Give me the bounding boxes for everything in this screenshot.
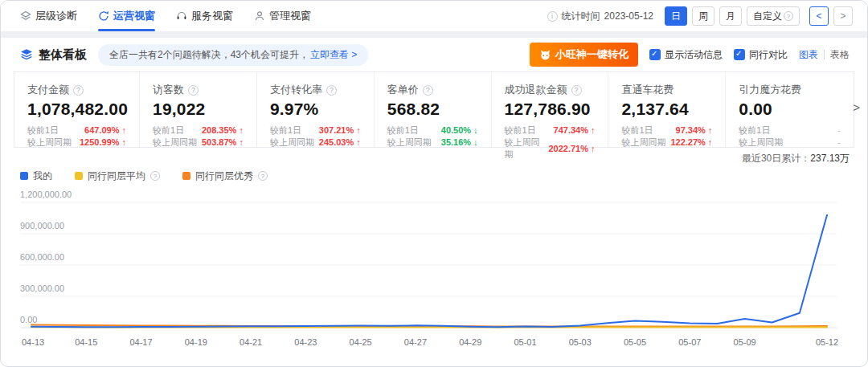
compare-prev-day-value: 40.50%: [441, 124, 478, 137]
board-controls: 小旺神一键转化 显示活动信息 同行对比 图表 表格: [530, 43, 850, 67]
show-activity-checkbox[interactable]: 显示活动信息: [649, 48, 723, 62]
summary-label: 最近30日累计：: [742, 152, 810, 165]
info-icon[interactable]: ?: [258, 171, 268, 181]
toggle-divider: [824, 50, 825, 59]
thirty-day-summary: 最近30日累计： 237.13万: [14, 149, 854, 167]
x-tick-label: 05-12: [816, 337, 838, 347]
x-tick-label: 05-01: [514, 337, 536, 347]
compare-prev-day-value: 307.21%: [319, 124, 361, 137]
compare-prev-week-value: 245.03%: [319, 137, 361, 149]
compare-prev-week-value: 35.16%: [441, 137, 478, 149]
diamond-layers-icon: [20, 10, 31, 22]
compare-prev-week-value: 122.27%: [670, 137, 712, 149]
view-toggle-chart[interactable]: 图表: [799, 48, 818, 62]
metric-card-visitors[interactable]: 访客数? 19,022 较前1日208.35% 较上周同期503.87%: [139, 72, 256, 147]
next-date-button[interactable]: >: [833, 6, 853, 26]
legend-swatch: [20, 172, 28, 180]
trend-chart-area: 0.00300,000.00600,000.00900,000.001,200,…: [20, 186, 854, 357]
range-month-button[interactable]: 月: [719, 6, 742, 26]
info-icon[interactable]: ?: [326, 85, 337, 96]
compare-prev-week-label: 较上周同期: [387, 137, 432, 149]
x-tick-label: 05-07: [678, 337, 701, 347]
checkbox-checked-icon: [649, 49, 661, 60]
tab-label: 管理视窗: [269, 9, 311, 23]
cards-more-chevron-icon[interactable]: >: [850, 97, 863, 117]
x-tick-label: 05-03: [569, 337, 592, 347]
metric-value: 19,022: [153, 100, 245, 119]
trend-chart[interactable]: 0.00300,000.00600,000.00900,000.001,200,…: [20, 186, 856, 357]
board-header: 整体看板 全店一共有2个问题待解决，43个机会可提升， 立即查看 > 小旺神一键…: [14, 38, 854, 71]
metric-title: 直通车花费: [621, 83, 674, 97]
view-now-link[interactable]: 立即查看 >: [310, 48, 357, 62]
metric-value: 568.82: [387, 100, 480, 119]
overall-board: 整体看板 全店一共有2个问题待解决，43个机会可提升， 立即查看 > 小旺神一键…: [1, 38, 867, 357]
x-tick-label: 04-17: [129, 337, 152, 347]
metric-value: 2,137.64: [621, 100, 714, 119]
compare-prev-week-value: 1250.99%: [80, 137, 126, 149]
x-tick-label: 04-15: [75, 337, 97, 347]
board-title: 整体看板: [20, 47, 87, 63]
y-tick-label: 1,200,000.00: [20, 190, 72, 199]
stat-time: i 统计时间 2023-05-12: [547, 10, 653, 23]
compare-prev-day-value: 208.35%: [202, 124, 244, 137]
range-week-button[interactable]: 周: [692, 6, 714, 26]
compare-prev-week-label: 较上周同期: [27, 137, 72, 149]
view-toggle: 图表 表格: [799, 48, 850, 62]
info-icon[interactable]: ?: [571, 85, 582, 96]
compare-prev-week-value: 2022.71%: [548, 143, 595, 155]
range-custom-button[interactable]: 自定义 ?: [747, 6, 800, 26]
metric-value: 0.00: [739, 100, 842, 119]
compare-prev-week-value: -: [837, 137, 841, 149]
summary-value: 237.13万: [810, 152, 850, 165]
chart-legend: 我的 同行同层平均 ? 同行同层优秀 ?: [20, 169, 854, 183]
legend-item-mine[interactable]: 我的: [20, 169, 52, 183]
tab-label: 运营视窗: [113, 9, 155, 23]
series-line-mine: [31, 215, 827, 328]
compare-prev-week-label: 较上周同期: [739, 137, 783, 149]
metric-title: 支付转化率: [270, 83, 322, 97]
info-icon[interactable]: ?: [423, 85, 433, 96]
compare-prev-day-label: 较前1日: [153, 124, 184, 137]
compare-prev-week-label: 较上周同期: [270, 137, 314, 149]
legend-label: 同行同层平均: [88, 169, 145, 183]
view-toggle-table[interactable]: 表格: [830, 48, 850, 62]
tab-level-diagnosis[interactable]: 层级诊断: [20, 1, 77, 31]
metric-card-pay-amount[interactable]: 支付金额? 1,078,482.00 较前1日647.09% 较上周同期1250…: [14, 72, 139, 147]
compare-prev-day-value: 97.34%: [676, 124, 713, 137]
metric-card-refund-amount[interactable]: 成功退款金额? 127,786.90 较前1日747.34% 较上周同期2022…: [491, 72, 608, 147]
compare-prev-week-value: 503.87%: [202, 137, 244, 149]
x-tick-label: 05-05: [624, 337, 646, 347]
compare-prev-week-label: 较上周同期: [153, 137, 197, 149]
compare-prev-day-label: 较前1日: [739, 124, 770, 137]
metric-value: 9.97%: [270, 100, 362, 119]
legend-item-peer-best[interactable]: 同行同层优秀 ?: [182, 169, 268, 183]
info-icon[interactable]: ?: [188, 85, 199, 96]
metric-title: 客单价: [387, 83, 419, 97]
compare-prev-week-label: 较上周同期: [505, 137, 549, 161]
range-custom-label: 自定义: [753, 10, 782, 23]
y-tick-label: 0.00: [20, 315, 37, 324]
tab-label: 服务视窗: [191, 9, 233, 23]
tab-management-view[interactable]: 管理视窗: [254, 1, 311, 31]
top-nav-bar: 层级诊断 运营视窗 服务视窗 管理视窗 i 统计时间 2023-05-12 日 …: [1, 1, 867, 31]
prev-date-button[interactable]: <: [809, 6, 829, 26]
legend-item-peer-avg[interactable]: 同行同层平均 ?: [75, 169, 160, 183]
metric-card-conversion-rate[interactable]: 支付转化率? 9.97% 较前1日307.21% 较上周同期245.03%: [256, 72, 374, 147]
headset-icon: [176, 10, 187, 22]
tab-service-view[interactable]: 服务视窗: [176, 1, 233, 31]
metric-card-ztc-cost[interactable]: 直通车花费 2,137.64 较前1日97.34% 较上周同期122.27%: [608, 72, 725, 147]
metric-card-ylmf-cost[interactable]: 引力魔方花费 0.00 较前1日- 较上周同期-: [725, 72, 854, 147]
metric-card-avg-order-value[interactable]: 客单价? 568.82 较前1日40.50% 较上周同期35.16%: [374, 72, 491, 147]
x-tick-label: 04-21: [240, 337, 262, 347]
info-icon[interactable]: ?: [73, 85, 84, 96]
info-icon[interactable]: ?: [150, 171, 160, 181]
peer-compare-checkbox[interactable]: 同行对比: [734, 48, 788, 62]
y-tick-label: 600,000.00: [20, 252, 64, 262]
tab-label: 层级诊断: [35, 9, 77, 23]
metric-value: 127,786.90: [505, 100, 597, 119]
chevron-left-icon: <: [816, 10, 821, 22]
info-icon[interactable]: i: [547, 11, 558, 22]
tab-operation-view[interactable]: 运营视窗: [98, 1, 155, 31]
range-day-button[interactable]: 日: [665, 6, 687, 26]
one-click-convert-button[interactable]: 小旺神一键转化: [530, 43, 638, 67]
